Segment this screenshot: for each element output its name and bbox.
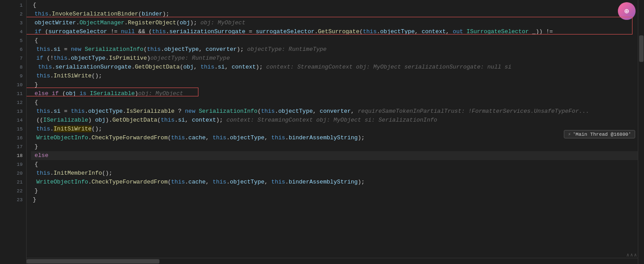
code-line-1: {: [31, 1, 644, 10]
line-num-22: 22: [0, 187, 23, 195]
code-line-18: else: [31, 151, 644, 160]
scrollbar-thumb-v[interactable]: [639, 35, 644, 62]
minimap-text: ∧∧∧: [626, 253, 638, 258]
line-num-9: 9: [0, 72, 23, 80]
line-num-20: 20: [0, 169, 23, 178]
code-line-20: this.InitMemberInfo();: [31, 169, 644, 178]
code-line-17: }: [31, 142, 644, 151]
code-line-23: }: [31, 195, 644, 204]
code-area[interactable]: ⚡ 'Main Thread @16800' ⇒ {this.InvokeSer…: [27, 0, 644, 264]
code-line-21: WriteObjectInfo.CheckTypeForwardedFrom(t…: [31, 178, 644, 187]
code-line-13: this.si = this.objectType.IsSerializable…: [31, 107, 644, 116]
line-num-19: 19: [0, 160, 23, 169]
line-num-10: 10: [0, 80, 23, 89]
line-num-15: 15: [0, 125, 23, 134]
code-line-8: this.serializationSurrogate.GetObjectDat…: [31, 63, 644, 72]
code-line-2: this.InvokeSerializationBinder(binder);: [31, 10, 644, 19]
code-line-7: if (!this.objectType.IsPrimitive)objectT…: [31, 54, 644, 63]
code-line-15: this.InitSiWrite();: [31, 125, 644, 134]
line-num-4: 4: [0, 27, 23, 36]
line-num-12: 12: [0, 98, 23, 107]
line-num-14: 14: [0, 116, 23, 125]
line-num-5: 5: [0, 36, 23, 45]
line-num-23: 23: [0, 195, 23, 204]
line-num-17: 17: [0, 142, 23, 151]
code-line-22: }: [31, 187, 644, 195]
code-line-14: ((ISerializable) obj).GetObjectData(this…: [31, 116, 644, 125]
line-num-6: 6: [0, 45, 23, 54]
code-line-3: objectWriter.ObjectManager.RegisterObjec…: [31, 19, 644, 27]
line-num-2: 2: [0, 10, 23, 19]
code-line-6: this.si = new SerializationInfo(this.obj…: [31, 45, 644, 54]
scrollbar-thumb-h[interactable]: [27, 259, 159, 264]
code-line-16: WriteObjectInfo.CheckTypeForwardedFrom(t…: [31, 134, 644, 142]
line-num-8: 8: [0, 63, 23, 72]
line-num-1: 1: [0, 1, 23, 10]
code-line-11: else if (obj is ISerializable)obj: MyObj…: [31, 89, 644, 98]
line-num-13: 13: [0, 107, 23, 116]
vertical-scrollbar[interactable]: [638, 0, 644, 264]
minimap-area: ∧∧∧: [626, 252, 638, 258]
line-num-11: 11: [0, 89, 23, 98]
line-num-18: 18: [0, 151, 23, 160]
line-num-3: 3: [0, 19, 23, 27]
line-numbers-gutter: 1234567891011121314151617181920212223: [0, 0, 27, 264]
horizontal-scrollbar[interactable]: [27, 258, 638, 264]
code-lines: {this.InvokeSerializationBinder(binder);…: [31, 1, 644, 204]
code-line-5: {: [31, 36, 644, 45]
code-line-9: this.InitSiWrite();: [31, 72, 644, 80]
line-num-21: 21: [0, 178, 23, 187]
code-line-19: {: [31, 160, 644, 169]
editor-container: ⊕ 1234567891011121314151617181920212223 …: [0, 0, 644, 264]
line-num-7: 7: [0, 54, 23, 63]
code-line-12: {: [31, 98, 644, 107]
code-line-10: }: [31, 80, 644, 89]
line-num-16: 16: [0, 134, 23, 142]
code-line-4: if (surrogateSelector != null && (this.s…: [31, 27, 644, 36]
